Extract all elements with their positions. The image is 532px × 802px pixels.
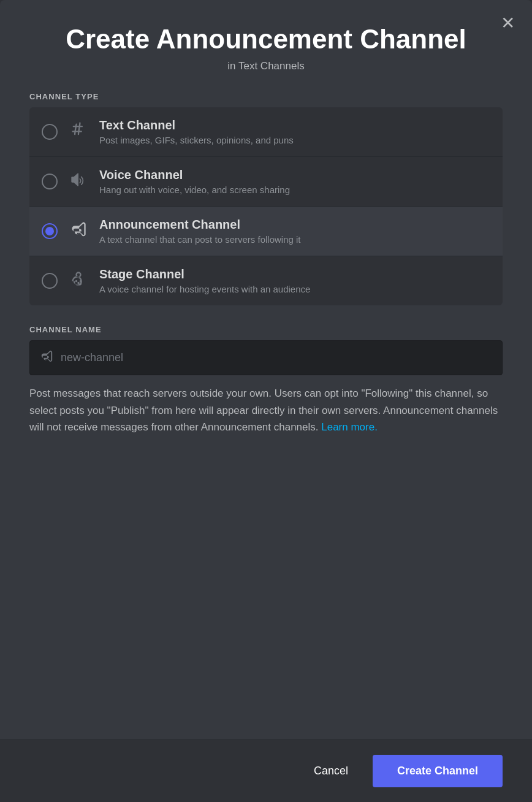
announcement-description: Post messages that reach servers outside… (29, 385, 503, 725)
channel-name-announcement: Announcement Channel (99, 218, 490, 232)
channel-info-voice: Voice Channel Hang out with voice, video… (99, 168, 490, 195)
modal-subtitle: in Text Channels (29, 60, 503, 72)
channel-desc-announcement: A text channel that can post to servers … (99, 234, 490, 245)
channel-name-section: CHANNEL NAME (29, 325, 503, 375)
channel-type-label: CHANNEL TYPE (29, 92, 503, 101)
announce-input-icon (40, 349, 53, 366)
channel-desc-stage: A voice channel for hosting events with … (99, 284, 490, 294)
channel-info-text: Text Channel Post images, GIFs, stickers… (99, 118, 490, 145)
channel-name-input[interactable] (61, 351, 492, 364)
channel-option-voice[interactable]: Voice Channel Hang out with voice, video… (29, 157, 503, 207)
radio-text (42, 124, 58, 140)
channel-desc-voice: Hang out with voice, video, and screen s… (99, 185, 490, 195)
modal-title: Create Announcement Channel (29, 25, 503, 54)
channel-option-stage[interactable]: Stage Channel A voice channel for hostin… (29, 256, 503, 305)
channel-info-announcement: Announcement Channel A text channel that… (99, 218, 490, 245)
cancel-button[interactable]: Cancel (302, 756, 360, 786)
radio-inner-announcement (45, 227, 54, 235)
channel-desc-text: Post images, GIFs, stickers, opinions, a… (99, 135, 490, 145)
create-channel-modal: ✕ Create Announcement Channel in Text Ch… (0, 0, 532, 802)
hash-icon (69, 121, 88, 143)
svg-point-0 (75, 280, 78, 283)
stage-icon (69, 270, 88, 292)
radio-announcement (42, 223, 58, 239)
channel-option-text[interactable]: Text Channel Post images, GIFs, stickers… (29, 107, 503, 157)
channel-type-options: Text Channel Post images, GIFs, stickers… (29, 107, 503, 305)
speaker-icon (69, 171, 88, 193)
channel-name-label: CHANNEL NAME (29, 325, 503, 334)
close-button[interactable]: ✕ (501, 15, 515, 32)
channel-name-voice: Voice Channel (99, 168, 490, 182)
svg-point-1 (80, 280, 82, 283)
channel-info-stage: Stage Channel A voice channel for hostin… (99, 267, 490, 294)
create-channel-button[interactable]: Create Channel (373, 755, 503, 787)
announce-icon (69, 221, 88, 242)
modal-footer: Cancel Create Channel (0, 739, 532, 802)
name-input-wrapper (29, 340, 503, 375)
svg-point-2 (77, 282, 80, 285)
channel-name-stage: Stage Channel (99, 267, 490, 281)
radio-stage (42, 273, 58, 289)
channel-name-text: Text Channel (99, 118, 490, 132)
channel-option-announcement[interactable]: Announcement Channel A text channel that… (29, 207, 503, 256)
learn-more-link[interactable]: Learn more. (321, 421, 378, 433)
radio-voice (42, 174, 58, 189)
description-text-before: Post messages that reach servers outside… (29, 388, 498, 432)
